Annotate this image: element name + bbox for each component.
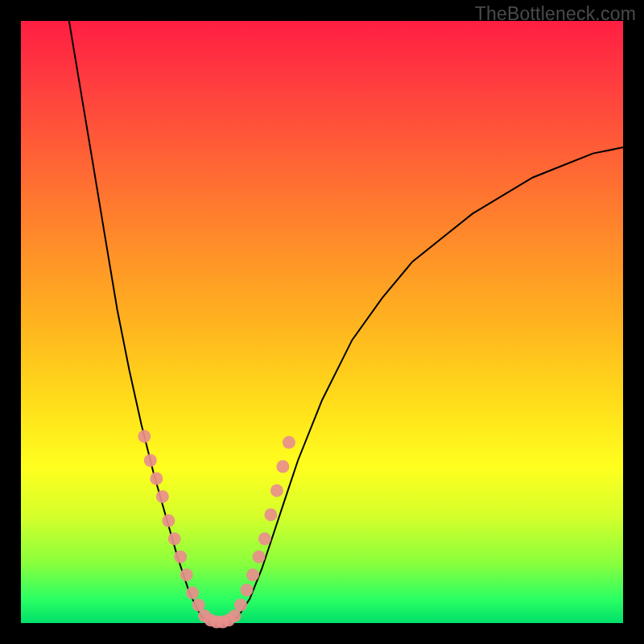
chart-overlay <box>21 21 623 623</box>
sample-dot <box>156 490 169 503</box>
sample-dot <box>192 599 205 612</box>
sample-dot <box>283 436 295 449</box>
sample-dot <box>138 430 151 443</box>
sample-dot <box>229 609 242 622</box>
sample-dot <box>276 460 289 473</box>
sample-dot <box>168 532 181 545</box>
sample-dot <box>264 508 277 521</box>
sample-dot <box>253 551 266 564</box>
sample-dot <box>144 454 157 467</box>
sample-dot <box>174 551 187 564</box>
chart-frame: TheBottleneck.com <box>0 0 644 644</box>
sample-dot <box>246 568 259 581</box>
sample-dot <box>150 473 163 485</box>
sample-dot <box>162 514 175 527</box>
sample-dot <box>234 599 247 612</box>
sample-dot <box>270 484 283 497</box>
sample-dot <box>180 568 193 581</box>
sample-dot <box>258 532 271 545</box>
bottleneck-curve <box>69 21 623 623</box>
sample-dots-group <box>138 430 295 628</box>
sample-dot <box>241 584 254 597</box>
sample-dot <box>186 587 199 600</box>
